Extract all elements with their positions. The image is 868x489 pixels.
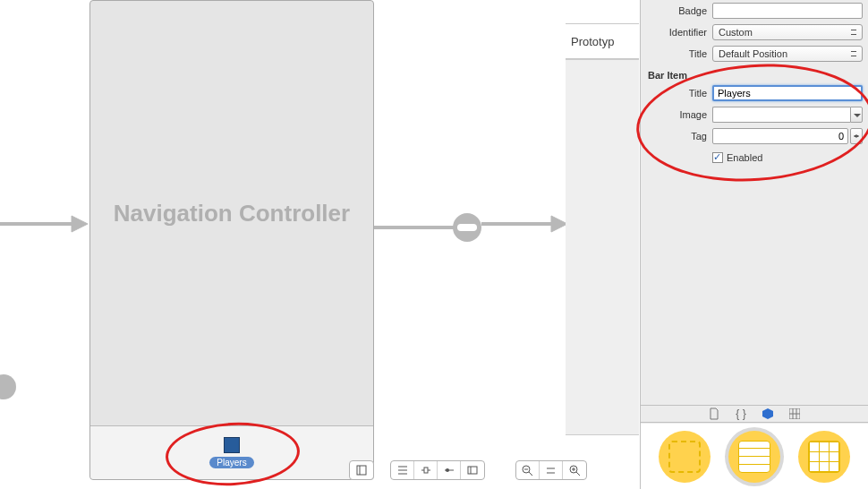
- library-item-view[interactable]: [659, 431, 711, 483]
- destination-table-body: [566, 59, 639, 435]
- segue-endpoint-circle: [0, 374, 16, 399]
- enabled-label: Enabled: [727, 152, 762, 163]
- arrow-incoming: [0, 210, 89, 237]
- identifier-row: Identifier Custom: [641, 21, 868, 43]
- tab-bar-item-label[interactable]: Players: [209, 457, 253, 468]
- resolve-issues-button[interactable]: [438, 461, 461, 479]
- document-outline-toggle[interactable]: [349, 460, 374, 480]
- prototype-cell-label: Prototyp: [566, 23, 639, 59]
- library-tab-bar: { }: [641, 405, 868, 423]
- align-button[interactable]: [391, 461, 414, 479]
- identifier-value: Custom: [719, 27, 753, 38]
- bar-item-image-row: Image: [641, 104, 868, 125]
- title-position-row: Title Default Position: [641, 43, 868, 64]
- identifier-label: Identifier: [641, 27, 712, 38]
- library-tab-code-icon[interactable]: { }: [735, 408, 747, 420]
- title-position-value: Default Position: [719, 48, 787, 59]
- bar-item-title-label: Title: [641, 88, 712, 99]
- layout-toolbar: [390, 460, 485, 480]
- bar-item-tag-field[interactable]: [712, 128, 848, 144]
- badge-row: Badge: [641, 0, 868, 21]
- svg-line-15: [529, 472, 532, 476]
- outline-toggle-icon[interactable]: [350, 461, 373, 479]
- bar-item-tag-stepper[interactable]: [850, 128, 863, 144]
- resize-behavior-button[interactable]: [461, 461, 484, 479]
- title-position-label: Title: [641, 48, 712, 59]
- arrow-out-right: [481, 210, 571, 237]
- library-tab-object-icon[interactable]: [762, 408, 774, 420]
- bar-item-title-field[interactable]: [712, 85, 863, 101]
- object-library[interactable]: [641, 424, 868, 489]
- svg-line-20: [576, 472, 580, 476]
- svg-point-11: [446, 468, 449, 472]
- attributes-inspector: Badge Identifier Custom Title Default Po…: [640, 0, 868, 489]
- svg-rect-2: [357, 466, 366, 475]
- bar-item-image-label: Image: [641, 109, 712, 120]
- tab-bar-item-icon[interactable]: [224, 437, 240, 453]
- pin-button[interactable]: [414, 461, 438, 479]
- nav-controller-title: Navigation Controller: [114, 200, 350, 227]
- bar-item-tag-label: Tag: [641, 131, 712, 142]
- identifier-select[interactable]: Custom: [712, 24, 863, 40]
- library-item-tableview[interactable]: [728, 431, 780, 483]
- title-position-select[interactable]: Default Position: [712, 46, 863, 62]
- badge-field[interactable]: [712, 3, 863, 19]
- bar-item-enabled-row: Enabled: [641, 147, 868, 168]
- tab-bar[interactable]: Players: [90, 425, 373, 479]
- svg-rect-9: [424, 468, 428, 473]
- segue-indicator[interactable]: [453, 213, 481, 242]
- library-tab-file-icon[interactable]: [708, 408, 720, 420]
- bar-item-title-row: Title: [641, 82, 868, 104]
- svg-rect-12: [468, 467, 477, 474]
- nav-controller-body: Navigation Controller: [90, 1, 373, 425]
- library-item-collectionview[interactable]: [798, 431, 850, 483]
- library-tab-media-icon[interactable]: [788, 408, 801, 420]
- destination-scene-partial[interactable]: Prototyp: [566, 0, 646, 489]
- bar-item-image-dropdown[interactable]: [850, 107, 863, 123]
- zoom-actual-button[interactable]: [540, 461, 563, 479]
- badge-label: Badge: [641, 5, 712, 16]
- bar-item-image-field[interactable]: [712, 107, 850, 123]
- bar-item-image-combo[interactable]: [712, 107, 863, 123]
- bar-item-section-title: Bar Item: [641, 64, 868, 82]
- zoom-out-button[interactable]: [516, 461, 540, 479]
- navigation-controller-scene[interactable]: Navigation Controller Players: [89, 0, 374, 480]
- enabled-checkbox[interactable]: [712, 152, 723, 163]
- arrow-out-left: [374, 219, 456, 236]
- bar-item-tag-row: Tag: [641, 125, 868, 147]
- storyboard-canvas[interactable]: Navigation Controller Players Prototyp: [0, 0, 640, 489]
- zoom-toolbar: [515, 460, 587, 480]
- zoom-in-button[interactable]: [563, 461, 586, 479]
